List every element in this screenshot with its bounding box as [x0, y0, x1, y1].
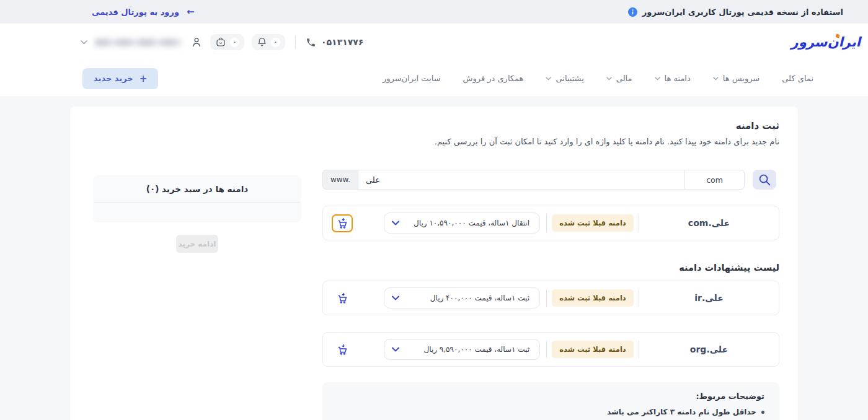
row-divider [639, 289, 639, 307]
bullet-dot [761, 411, 764, 414]
old-version-notice-label: استفاده از نسخه قدیمی پورتال کاربری ایرا… [642, 7, 843, 17]
www-prefix: www. [322, 170, 358, 190]
search-icon [758, 173, 771, 186]
search-result-row: على.com دامنه قبلا ثبت شده انتقال ۱ساله،… [322, 206, 779, 240]
notes-title: توضیحات مربوط: [337, 391, 764, 401]
cart-pill[interactable]: ۰ [210, 34, 244, 50]
plan-select[interactable]: ثبت ۱ساله، قیمت ۹,۵۹۰,۰۰۰ ریال [384, 339, 540, 360]
cart-panel-title: دامنه ها در سبد خرید (۰) [93, 175, 301, 194]
nav-item-label: همکاری در فروش [463, 74, 524, 83]
user-icon[interactable] [190, 36, 203, 48]
phone-icon [306, 37, 316, 48]
suggestion-row: على.org دامنه قبلا ثبت شده ثبت ۱ساله، قی… [322, 332, 779, 367]
nav-item-label: سرویس ها [723, 74, 760, 83]
header: ۰ ۰ ۰۵۱۳۱۷۷۶ ایران‌سرور [0, 24, 868, 61]
add-to-cart-button[interactable] [332, 214, 353, 232]
new-purchase-button[interactable]: خرید جدید + [82, 68, 158, 89]
row-divider [639, 341, 639, 358]
note-text: حداقل طول نام دامنه ۳ کاراکتر می باشد [607, 408, 756, 416]
domain-search-input[interactable] [358, 170, 685, 190]
nav-item-label: دامنه ها [665, 74, 691, 83]
old-portal-link-label: ورود به پورتال قدیمی [92, 7, 179, 17]
status-badge: دامنه قبلا ثبت شده [552, 341, 634, 358]
chevron-down-icon [546, 77, 551, 81]
continue-purchase-button[interactable]: ادامه خرید [176, 235, 218, 253]
new-purchase-label: خرید جدید [94, 74, 133, 83]
domain-name: على.com [639, 218, 779, 228]
info-icon [628, 7, 637, 17]
cart-panel: دامنه ها در سبد خرید (۰) [93, 175, 301, 222]
nav-item-domains[interactable]: دامنه ها [655, 74, 691, 83]
nav-item-affiliate[interactable]: همکاری در فروش [463, 74, 524, 83]
search-button[interactable] [753, 170, 776, 190]
shopping-bag-icon [215, 37, 226, 48]
user-name-blurred[interactable] [95, 38, 182, 46]
note-item: حداقل طول نام دامنه ۳ کاراکتر می باشد [337, 408, 764, 416]
page-subtitle: نام جدید برای دامنه خود پیدا کنید. نام د… [322, 137, 779, 146]
support-phone-number: ۰۵۱۳۱۷۷۶ [321, 37, 363, 47]
domain-search-column: ثبت دامنه نام جدید برای دامنه خود پیدا ک… [322, 107, 779, 420]
chevron-down-icon [713, 77, 719, 81]
domain-name: على.ir [639, 293, 779, 303]
plus-icon: + [140, 73, 148, 84]
nav-item-label: نمای کلی [782, 74, 813, 83]
plan-select[interactable]: انتقال ۱ساله، قیمت ۱۰,۵۹۰,۰۰۰ ریال [384, 212, 540, 234]
nav-item-services[interactable]: سرویس ها [713, 74, 760, 83]
nav-item-support[interactable]: پشتیبانی [546, 74, 583, 83]
add-to-cart-button[interactable] [332, 341, 353, 359]
chevron-down-icon[interactable] [81, 40, 87, 45]
plan-select-value: ثبت ۱ساله، قیمت ۴۰۰,۰۰۰ ریال [430, 294, 529, 302]
logo-text: ایران‌سرور [791, 35, 861, 50]
status-badge: دامنه قبلا ثبت شده [552, 289, 634, 307]
suggestion-row: على.ir دامنه قبلا ثبت شده ثبت ۱ساله، قیم… [322, 281, 779, 315]
main-navigation-bar: خرید جدید + نمای کلی سرویس ها دامنه ها م… [0, 61, 868, 96]
plan-select-value: ثبت ۱ساله، قیمت ۹,۵۹۰,۰۰۰ ریال [424, 345, 529, 354]
old-version-notice[interactable]: استفاده از نسخه قدیمی پورتال کاربری ایرا… [628, 7, 843, 17]
top-notice-bar: ورود به پورتال قدیمی ← استفاده از نسخه ق… [0, 0, 868, 24]
plan-select[interactable]: ثبت ۱ساله، قیمت ۴۰۰,۰۰۰ ریال [384, 287, 540, 308]
add-to-cart-icon [337, 292, 348, 304]
cart-panel-divider [94, 202, 300, 203]
main-nav: نمای کلی سرویس ها دامنه ها مالی پشتیبانی… [383, 74, 813, 83]
domain-search-bar: www. com [322, 170, 779, 190]
nav-item-overview[interactable]: نمای کلی [782, 74, 813, 83]
chevron-down-icon [392, 221, 399, 225]
notification-count-badge: ۰ [271, 38, 280, 47]
add-to-cart-button[interactable] [332, 289, 353, 307]
row-divider [639, 214, 639, 232]
cart-sidebar: دامنه ها در سبد خرید (۰) ادامه خرید [93, 175, 301, 420]
row-divider [546, 289, 547, 307]
page-title: ثبت دامنه [322, 120, 779, 131]
nav-item-label: مالی [616, 74, 632, 83]
domain-registration-card: ثبت دامنه نام جدید برای دامنه خود پیدا ک… [70, 107, 798, 420]
header-divider [295, 35, 296, 49]
notes-panel: توضیحات مربوط: حداقل طول نام دامنه ۳ کار… [322, 382, 779, 420]
chevron-down-icon [655, 77, 660, 81]
row-divider [546, 341, 547, 358]
nav-item-label: پشتیبانی [556, 74, 583, 83]
tld-select[interactable]: com [684, 170, 745, 190]
row-divider [546, 214, 547, 232]
iranserver-logo[interactable]: ایران‌سرور [787, 35, 861, 50]
plan-select-value: انتقال ۱ساله، قیمت ۱۰,۵۹۰,۰۰۰ ریال [414, 219, 529, 227]
arrow-left-icon: ← [187, 6, 195, 17]
nav-item-billing[interactable]: مالی [606, 74, 632, 83]
domain-name: على.org [639, 344, 779, 354]
suggestions-title: لیست پیشنهادات دامنه [322, 263, 779, 273]
add-to-cart-icon [337, 217, 348, 229]
bell-icon [257, 37, 267, 48]
chevron-down-icon [392, 295, 399, 300]
nav-item-website[interactable]: سایت ایران‌سرور [383, 74, 441, 83]
add-to-cart-icon [337, 344, 348, 356]
chevron-down-icon [606, 77, 612, 81]
support-phone: ۰۵۱۳۱۷۷۶ [306, 37, 363, 48]
status-badge: دامنه قبلا ثبت شده [552, 214, 634, 232]
page-body: ثبت دامنه نام جدید برای دامنه خود پیدا ک… [0, 96, 868, 420]
nav-item-label: سایت ایران‌سرور [383, 74, 441, 83]
old-portal-link[interactable]: ورود به پورتال قدیمی ← [92, 6, 195, 17]
cart-count-badge: ۰ [230, 38, 239, 47]
notifications-pill[interactable]: ۰ [252, 34, 285, 50]
chevron-down-icon [392, 347, 399, 352]
